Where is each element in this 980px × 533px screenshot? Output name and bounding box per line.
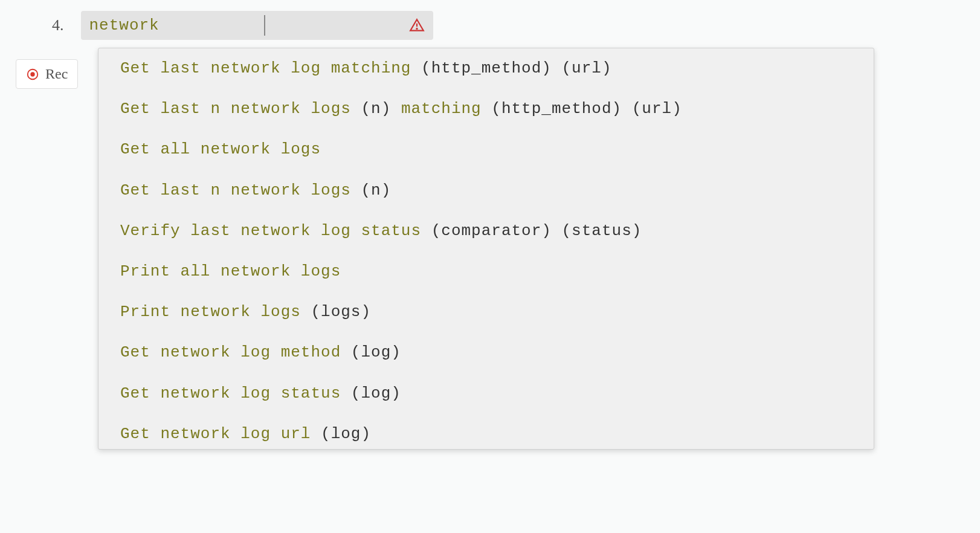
suggestion-item[interactable]: Print network logs (logs) [98, 292, 874, 332]
suggestion-param: (logs) [311, 303, 371, 321]
record-button-label: Rec [45, 66, 68, 82]
command-input-wrapper[interactable] [81, 11, 433, 40]
suggestion-param: (http_method) (url) [421, 59, 611, 77]
suggestion-param: (comparator) (status) [431, 222, 642, 240]
suggestion-keyword: Get network log url [120, 425, 321, 443]
suggestion-keyword: Print network logs [120, 303, 311, 321]
suggestion-item[interactable]: Print all network logs [98, 251, 874, 292]
suggestion-param: (n) [361, 100, 391, 118]
svg-point-3 [30, 72, 34, 76]
suggestion-keyword: Get last n network logs [120, 100, 361, 118]
suggestion-item[interactable]: Get network log method (log) [98, 332, 874, 373]
suggestion-keyword: Get last network log matching [120, 59, 421, 77]
record-button[interactable]: Rec [16, 59, 78, 89]
suggestion-param: (log) [321, 425, 371, 443]
suggestion-item[interactable]: Verify last network log status (comparat… [98, 211, 874, 251]
suggestion-item[interactable]: Get network log status (log) [98, 373, 874, 414]
suggestion-param: (http_method) (url) [491, 100, 682, 118]
suggestion-keyword: Print all network logs [120, 262, 341, 280]
suggestion-item[interactable]: Get last n network logs (n) matching (ht… [98, 89, 874, 129]
suggestion-item[interactable]: Get network log url (log) [98, 414, 874, 450]
warning-icon [409, 18, 425, 33]
suggestion-keyword: matching [391, 100, 491, 118]
suggestion-keyword: Verify last network log status [120, 222, 431, 240]
record-icon [26, 68, 39, 81]
step-row: 4. [0, 0, 980, 40]
suggestion-keyword: Get last n network logs [120, 181, 361, 199]
suggestion-item[interactable]: Get all network logs [98, 129, 874, 170]
suggestion-keyword: Get all network logs [120, 140, 321, 158]
suggestion-item[interactable]: Get last network log matching (http_meth… [98, 48, 874, 89]
suggestion-keyword: Get network log method [120, 343, 351, 361]
step-number: 4. [52, 16, 64, 34]
suggestion-param: (log) [351, 343, 401, 361]
suggestion-keyword: Get network log status [120, 384, 351, 402]
text-cursor [264, 15, 265, 36]
suggestion-param: (log) [351, 384, 401, 402]
svg-point-1 [416, 28, 417, 29]
command-input[interactable] [89, 16, 409, 34]
suggestions-dropdown: Get last network log matching (http_meth… [98, 48, 874, 450]
suggestion-item[interactable]: Get last n network logs (n) [98, 170, 874, 211]
suggestion-param: (n) [361, 181, 391, 199]
